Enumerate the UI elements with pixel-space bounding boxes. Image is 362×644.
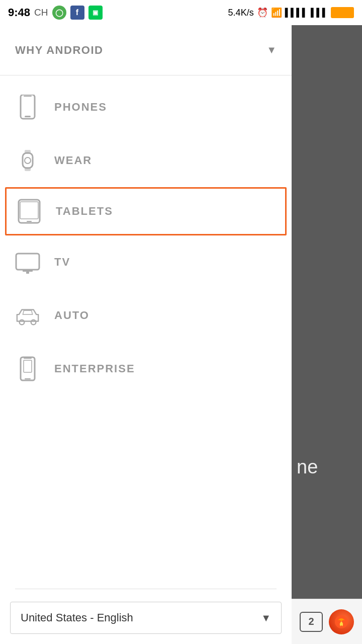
svg-rect-5 — [25, 167, 31, 171]
svg-rect-18 — [24, 360, 32, 372]
carrier-label: CH — [34, 7, 48, 18]
sidebar-item-tablets[interactable]: TABLETS — [5, 187, 287, 235]
svg-rect-7 — [19, 200, 40, 223]
chevron-down-icon: ▼ — [266, 44, 277, 56]
locale-label: United States - English — [21, 611, 133, 624]
speed-display: 5.4K/s — [228, 8, 254, 18]
signal-icon-1: ▌▌▌▌ — [285, 8, 308, 17]
watch-icon — [15, 148, 40, 173]
car-icon — [15, 303, 40, 328]
svg-rect-16 — [25, 378, 31, 379]
sidebar-divider — [15, 589, 277, 589]
svg-rect-12 — [26, 272, 29, 274]
sidebar-drawer: WHY ANDROID ▼ PHONES — [0, 25, 292, 644]
svg-rect-2 — [24, 96, 32, 97]
locale-chevron-icon: ▼ — [261, 612, 271, 624]
sidebar-item-enterprise[interactable]: ENTERPRISE — [0, 342, 292, 395]
tab-count-button[interactable]: 2 — [300, 612, 323, 632]
sidebar-item-label-auto: AUTO — [54, 309, 89, 322]
status-icons: 5.4K/s ⏰ 📶 ▌▌▌▌ ▌▌▌ — [228, 7, 354, 18]
tablet-icon — [17, 199, 42, 224]
svg-rect-4 — [25, 150, 31, 154]
wifi-icon: 📶 — [271, 7, 282, 18]
sidebar-item-label-enterprise: ENTERPRISE — [54, 362, 135, 375]
svg-rect-9 — [20, 202, 38, 219]
status-bar: 9:48 CH ◯ f ▣ 5.4K/s ⏰ 📶 ▌▌▌▌ ▌▌▌ — [0, 0, 362, 25]
app-icon-facebook: f — [70, 6, 84, 20]
sidebar-item-label-tv: TV — [54, 256, 70, 269]
svg-rect-10 — [16, 254, 39, 270]
sidebar-item-label-tablets: TABLETS — [56, 205, 113, 218]
svg-point-14 — [31, 320, 36, 325]
sidebar-item-wear[interactable]: WEAR — [0, 134, 292, 187]
overlay-panel: ne — [292, 25, 362, 644]
svg-rect-0 — [21, 95, 35, 119]
locale-dropdown[interactable]: United States - English ▼ — [10, 602, 282, 634]
sidebar-item-auto[interactable]: AUTO — [0, 289, 292, 342]
sidebar-item-tv[interactable]: TV — [0, 235, 292, 289]
main-layout: WHY ANDROID ▼ PHONES — [0, 25, 362, 644]
app-icon-green: ◯ — [52, 6, 66, 20]
why-android-label: WHY ANDROID — [15, 44, 103, 57]
battery-icon — [331, 7, 354, 18]
svg-rect-11 — [23, 270, 33, 272]
phone-icon — [15, 95, 40, 120]
svg-rect-1 — [25, 116, 31, 117]
signal-icon-2: ▌▌▌ — [311, 8, 328, 17]
svg-rect-17 — [24, 358, 32, 359]
sidebar-item-phones[interactable]: PHONES — [0, 80, 292, 134]
time-display: 9:48 — [8, 6, 30, 19]
app-icon-green2: ▣ — [88, 6, 103, 20]
sidebar-item-label-wear: WEAR — [54, 154, 92, 167]
why-android-row[interactable]: WHY ANDROID ▼ — [0, 25, 292, 75]
sidebar-item-label-phones: PHONES — [54, 101, 107, 114]
svg-point-6 — [25, 157, 31, 164]
enterprise-icon — [15, 356, 40, 381]
svg-point-13 — [20, 320, 25, 325]
status-left: 9:48 CH ◯ f ▣ — [8, 6, 103, 20]
svg-rect-8 — [27, 221, 32, 222]
svg-rect-15 — [21, 357, 35, 380]
overlay-partial-text: ne — [292, 456, 318, 478]
nav-list: PHONES WEAR — [0, 75, 292, 584]
browser-app-icon — [329, 609, 354, 634]
tv-icon — [15, 250, 40, 275]
alarm-icon: ⏰ — [257, 7, 268, 18]
